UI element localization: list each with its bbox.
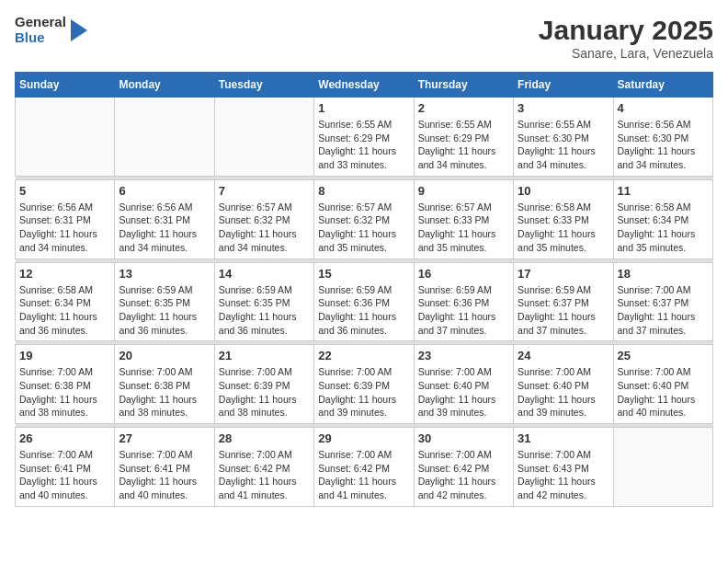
day-number: 30 [418,431,509,445]
calendar-cell: 24Sunrise: 7:00 AM Sunset: 6:40 PM Dayli… [514,345,613,424]
day-number: 25 [618,349,709,362]
calendar-cell [214,98,313,177]
day-info: Sunrise: 7:00 AM Sunset: 6:42 PM Dayligh… [219,448,310,502]
calendar-cell: 31Sunrise: 7:00 AM Sunset: 6:43 PM Dayli… [514,428,613,507]
day-info: Sunrise: 7:00 AM Sunset: 6:43 PM Dayligh… [518,448,609,502]
calendar-header-row: SundayMondayTuesdayWednesdayThursdayFrid… [16,73,713,98]
day-number: 5 [19,184,110,198]
day-number: 9 [418,184,509,198]
day-info: Sunrise: 6:58 AM Sunset: 6:34 PM Dayligh… [618,201,709,255]
day-number: 26 [19,431,110,445]
calendar-cell: 6Sunrise: 6:56 AM Sunset: 6:31 PM Daylig… [115,179,214,259]
day-number: 8 [318,184,409,198]
day-number: 22 [318,349,409,362]
day-info: Sunrise: 6:58 AM Sunset: 6:34 PM Dayligh… [19,283,110,338]
calendar-cell: 26Sunrise: 7:00 AM Sunset: 6:41 PM Dayli… [16,428,115,507]
day-number: 11 [618,184,709,198]
day-info: Sunrise: 7:00 AM Sunset: 6:40 PM Dayligh… [418,365,509,419]
day-number: 10 [518,184,609,198]
calendar-week-row: 19Sunrise: 7:00 AM Sunset: 6:38 PM Dayli… [16,345,713,424]
calendar-week-row: 5Sunrise: 6:56 AM Sunset: 6:31 PM Daylig… [16,179,713,259]
day-info: Sunrise: 7:00 AM Sunset: 6:39 PM Dayligh… [219,365,310,419]
calendar-cell: 23Sunrise: 7:00 AM Sunset: 6:40 PM Dayli… [414,345,513,424]
day-info: Sunrise: 6:57 AM Sunset: 6:33 PM Dayligh… [418,201,509,255]
logo-general: General [15,15,66,30]
calendar-week-row: 26Sunrise: 7:00 AM Sunset: 6:41 PM Dayli… [16,428,713,507]
day-number: 14 [219,267,310,281]
calendar-cell: 12Sunrise: 6:58 AM Sunset: 6:34 PM Dayli… [16,262,115,341]
svg-marker-0 [71,19,87,41]
calendar-cell: 17Sunrise: 6:59 AM Sunset: 6:37 PM Dayli… [514,262,613,341]
calendar-cell [16,98,115,177]
calendar-cell: 15Sunrise: 6:59 AM Sunset: 6:36 PM Dayli… [314,262,414,341]
day-info: Sunrise: 7:00 AM Sunset: 6:37 PM Dayligh… [618,283,709,338]
day-number: 28 [219,431,310,445]
day-number: 19 [19,349,110,362]
day-info: Sunrise: 6:58 AM Sunset: 6:33 PM Dayligh… [518,201,609,255]
calendar-cell [613,428,712,507]
day-info: Sunrise: 7:00 AM Sunset: 6:40 PM Dayligh… [618,365,709,419]
calendar-cell: 2Sunrise: 6:55 AM Sunset: 6:29 PM Daylig… [414,98,513,177]
calendar-cell: 1Sunrise: 6:55 AM Sunset: 6:29 PM Daylig… [314,98,414,177]
calendar-cell [115,98,214,177]
day-info: Sunrise: 6:55 AM Sunset: 6:30 PM Dayligh… [518,118,609,172]
day-number: 31 [518,431,609,445]
day-info: Sunrise: 6:57 AM Sunset: 6:32 PM Dayligh… [219,201,310,255]
month-title: January 2025 [539,15,713,46]
day-number: 16 [418,267,509,281]
day-number: 7 [219,184,310,198]
location: Sanare, Lara, Venezuela [539,46,713,61]
day-info: Sunrise: 7:00 AM Sunset: 6:41 PM Dayligh… [119,448,210,502]
weekday-header-sunday: Sunday [16,73,115,98]
calendar-cell: 19Sunrise: 7:00 AM Sunset: 6:38 PM Dayli… [16,345,115,424]
calendar-cell: 9Sunrise: 6:57 AM Sunset: 6:33 PM Daylig… [414,179,513,259]
calendar-cell: 21Sunrise: 7:00 AM Sunset: 6:39 PM Dayli… [214,345,313,424]
day-number: 15 [318,267,409,281]
day-info: Sunrise: 7:00 AM Sunset: 6:41 PM Dayligh… [19,448,110,502]
day-info: Sunrise: 6:56 AM Sunset: 6:31 PM Dayligh… [19,201,110,255]
logo-block: General Blue [15,15,89,45]
calendar-week-row: 12Sunrise: 6:58 AM Sunset: 6:34 PM Dayli… [16,262,713,341]
day-number: 12 [19,267,110,281]
calendar-week-row: 1Sunrise: 6:55 AM Sunset: 6:29 PM Daylig… [16,98,713,177]
calendar-cell: 28Sunrise: 7:00 AM Sunset: 6:42 PM Dayli… [214,428,313,507]
calendar-cell: 10Sunrise: 6:58 AM Sunset: 6:33 PM Dayli… [514,179,613,259]
day-info: Sunrise: 7:00 AM Sunset: 6:38 PM Dayligh… [119,365,210,419]
calendar-cell: 20Sunrise: 7:00 AM Sunset: 6:38 PM Dayli… [115,345,214,424]
day-info: Sunrise: 6:55 AM Sunset: 6:29 PM Dayligh… [318,118,409,172]
day-number: 13 [119,267,210,281]
page-header: General Blue January 2025 Sanare, Lara, … [15,15,713,61]
title-block: January 2025 Sanare, Lara, Venezuela [539,15,713,61]
day-number: 29 [318,431,409,445]
weekday-header-friday: Friday [514,73,613,98]
day-info: Sunrise: 7:00 AM Sunset: 6:42 PM Dayligh… [418,448,509,502]
calendar-cell: 7Sunrise: 6:57 AM Sunset: 6:32 PM Daylig… [214,179,313,259]
calendar-cell: 14Sunrise: 6:59 AM Sunset: 6:35 PM Dayli… [214,262,313,341]
calendar-cell: 3Sunrise: 6:55 AM Sunset: 6:30 PM Daylig… [514,98,613,177]
day-number: 18 [618,267,709,281]
day-number: 17 [518,267,609,281]
day-number: 27 [119,431,210,445]
calendar-cell: 5Sunrise: 6:56 AM Sunset: 6:31 PM Daylig… [16,179,115,259]
day-info: Sunrise: 6:57 AM Sunset: 6:32 PM Dayligh… [318,201,409,255]
logo-blue: Blue [15,30,66,46]
day-number: 4 [618,101,709,115]
day-info: Sunrise: 6:59 AM Sunset: 6:37 PM Dayligh… [518,283,609,338]
weekday-header-tuesday: Tuesday [214,73,313,98]
day-info: Sunrise: 6:59 AM Sunset: 6:35 PM Dayligh… [119,283,210,338]
day-info: Sunrise: 7:00 AM Sunset: 6:39 PM Dayligh… [318,365,409,419]
day-number: 20 [119,349,210,362]
day-info: Sunrise: 6:56 AM Sunset: 6:30 PM Dayligh… [618,118,709,172]
calendar-cell: 16Sunrise: 6:59 AM Sunset: 6:36 PM Dayli… [414,262,513,341]
day-info: Sunrise: 6:59 AM Sunset: 6:35 PM Dayligh… [219,283,310,338]
day-info: Sunrise: 6:59 AM Sunset: 6:36 PM Dayligh… [418,283,509,338]
day-number: 6 [119,184,210,198]
day-info: Sunrise: 6:56 AM Sunset: 6:31 PM Dayligh… [119,201,210,255]
day-number: 23 [418,349,509,362]
day-number: 1 [318,101,409,115]
day-number: 21 [219,349,310,362]
calendar-cell: 8Sunrise: 6:57 AM Sunset: 6:32 PM Daylig… [314,179,414,259]
day-info: Sunrise: 6:59 AM Sunset: 6:36 PM Dayligh… [318,283,409,338]
day-info: Sunrise: 7:00 AM Sunset: 6:38 PM Dayligh… [19,365,110,419]
calendar-table: SundayMondayTuesdayWednesdayThursdayFrid… [15,72,713,507]
